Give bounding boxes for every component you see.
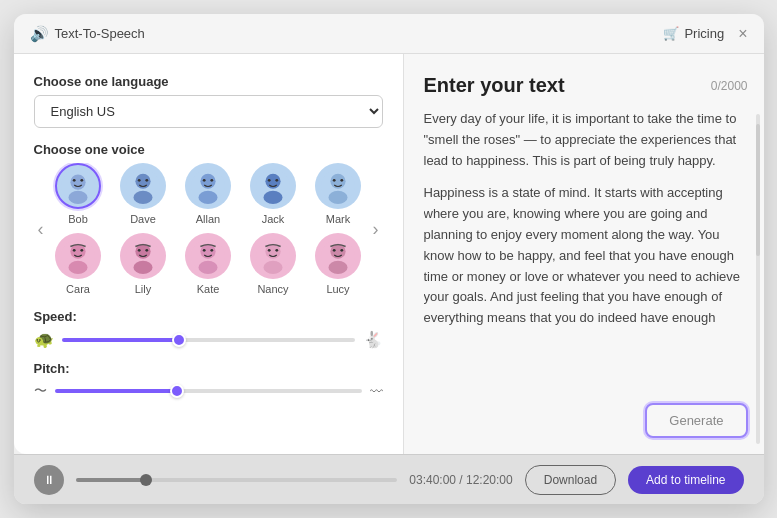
voice-avatar-mark[interactable] [315, 163, 361, 209]
svg-point-39 [210, 249, 213, 252]
voice-item[interactable]: Nancy [243, 233, 304, 295]
text-paragraph-2: Happiness is a state of mind. It starts … [424, 183, 744, 329]
progress-thumb [140, 474, 152, 486]
svg-point-4 [80, 179, 83, 182]
voice-item[interactable]: Cara [48, 233, 109, 295]
next-voice-button[interactable]: › [369, 216, 383, 242]
face-icon-nancy [254, 237, 292, 275]
svg-point-44 [275, 249, 278, 252]
voice-avatar-cara[interactable] [55, 233, 101, 279]
title-bar: 🔊 Text-To-Speech 🛒 Pricing × [14, 14, 764, 54]
pricing-button[interactable]: 🛒 Pricing [663, 26, 724, 41]
face-icon-allan [189, 167, 227, 205]
voice-grid-container: ‹ [34, 163, 383, 295]
left-panel: Choose one language English US Choose on… [14, 54, 404, 454]
voice-item[interactable]: Allan [178, 163, 239, 225]
voice-avatar-allan[interactable] [185, 163, 231, 209]
add-to-timeline-button[interactable]: Add to timeline [628, 466, 743, 494]
scrollbar[interactable] [756, 114, 760, 444]
prev-voice-button[interactable]: ‹ [34, 216, 48, 242]
download-button[interactable]: Download [525, 465, 616, 495]
close-button[interactable]: × [738, 26, 747, 42]
pitch-slider-row: 〜 〰 [34, 382, 383, 400]
svg-point-24 [340, 179, 343, 182]
svg-point-2 [69, 191, 88, 204]
text-title: Enter your text [424, 74, 565, 97]
text-area-content[interactable]: Every day of your life, it is important … [424, 109, 748, 383]
pitch-low-icon: 〜 [34, 382, 47, 400]
speed-fast-icon: 🐇 [363, 330, 383, 349]
voice-name-lily: Lily [135, 283, 152, 295]
voice-avatar-lucy[interactable] [315, 233, 361, 279]
voice-name-allan: Allan [196, 213, 220, 225]
main-content: Choose one language English US Choose on… [14, 54, 764, 454]
voice-item[interactable]: Lily [113, 233, 174, 295]
scrollbar-thumb [756, 124, 760, 256]
svg-point-47 [329, 261, 348, 274]
right-panel: Enter your text 0/2000 Every day of your… [404, 54, 764, 454]
pitch-slider[interactable] [55, 389, 362, 393]
voice-name-mark: Mark [326, 213, 350, 225]
voice-section: Choose one voice ‹ [34, 142, 383, 295]
cart-icon: 🛒 [663, 26, 679, 41]
voice-avatar-jack[interactable] [250, 163, 296, 209]
voice-section-label: Choose one voice [34, 142, 383, 157]
svg-point-3 [73, 179, 76, 182]
app-window: 🔊 Text-To-Speech 🛒 Pricing × Choose one … [14, 14, 764, 504]
char-count: 0/2000 [711, 79, 748, 93]
play-pause-button[interactable]: ⏸ [34, 465, 64, 495]
face-icon-kate [189, 237, 227, 275]
svg-point-38 [203, 249, 206, 252]
progress-fill [76, 478, 147, 482]
svg-point-1 [70, 175, 85, 190]
title-bar-left: 🔊 Text-To-Speech [30, 25, 145, 43]
voice-name-dave: Dave [130, 213, 156, 225]
pitch-high-icon: 〰 [370, 384, 383, 399]
pitch-section: Pitch: 〜 〰 [34, 361, 383, 400]
svg-point-7 [134, 191, 153, 204]
language-section: Choose one language English US [34, 74, 383, 128]
speed-slow-icon: 🐢 [34, 330, 54, 349]
voice-avatar-dave[interactable] [120, 163, 166, 209]
speed-label: Speed: [34, 309, 383, 324]
svg-point-37 [199, 261, 218, 274]
svg-point-8 [138, 179, 141, 182]
voice-item[interactable]: Jack [243, 163, 304, 225]
voice-avatar-bob[interactable] [55, 163, 101, 209]
svg-point-32 [134, 261, 153, 274]
bottom-bar: ⏸ 03:40:00 / 12:20:00 Download Add to ti… [14, 454, 764, 504]
svg-point-9 [145, 179, 148, 182]
svg-point-17 [264, 191, 283, 204]
voice-item[interactable]: Lucy [308, 233, 369, 295]
voice-name-lucy: Lucy [326, 283, 349, 295]
voice-avatar-kate[interactable] [185, 233, 231, 279]
voice-name-cara: Cara [66, 283, 90, 295]
voice-name-jack: Jack [262, 213, 285, 225]
voice-avatar-lily[interactable] [120, 233, 166, 279]
face-icon-cara [59, 237, 97, 275]
voice-item[interactable]: Dave [113, 163, 174, 225]
svg-point-14 [210, 179, 213, 182]
generate-button[interactable]: Generate [645, 403, 747, 438]
pricing-label: Pricing [684, 26, 724, 41]
svg-point-27 [69, 261, 88, 274]
voice-item[interactable]: Bob [48, 163, 109, 225]
svg-point-34 [145, 249, 148, 252]
svg-point-33 [138, 249, 141, 252]
voice-avatar-nancy[interactable] [250, 233, 296, 279]
pause-icon: ⏸ [43, 473, 55, 487]
face-icon-jack [254, 167, 292, 205]
face-icon-bob [59, 167, 97, 205]
speed-slider[interactable] [62, 338, 355, 342]
window-icon: 🔊 [30, 25, 49, 43]
window-title: Text-To-Speech [55, 26, 145, 41]
speed-section: Speed: 🐢 🐇 [34, 309, 383, 349]
voice-name-nancy: Nancy [257, 283, 288, 295]
language-select[interactable]: English US [34, 95, 383, 128]
voice-name-bob: Bob [68, 213, 88, 225]
voice-item[interactable]: Mark [308, 163, 369, 225]
svg-point-13 [203, 179, 206, 182]
progress-track[interactable] [76, 478, 398, 482]
text-header: Enter your text 0/2000 [424, 74, 748, 97]
voice-item[interactable]: Kate [178, 233, 239, 295]
